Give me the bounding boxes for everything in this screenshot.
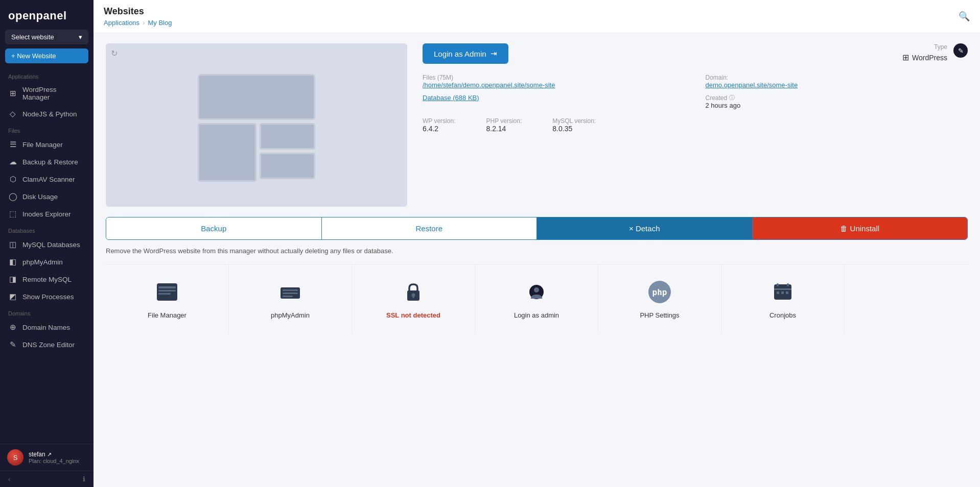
- quick-login-admin[interactable]: Login as admin: [475, 264, 598, 333]
- collapse-icon: ‹: [8, 475, 10, 483]
- phpmyadmin-quick-icon: [277, 279, 304, 305]
- edit-button[interactable]: ✎: [953, 43, 968, 58]
- mockup-header: [198, 74, 315, 120]
- type-section: Type ⊞ WordPress: [902, 43, 947, 62]
- sidebar-label-mysql: MySQL Databases: [22, 241, 80, 249]
- footer-info: stefan ↗ Plan: cloud_4_nginx: [29, 451, 79, 464]
- sidebar-label-backup-restore: Backup & Restore: [22, 158, 78, 166]
- detach-button[interactable]: × Detach: [537, 217, 753, 239]
- remote-mysql-icon: ◨: [8, 275, 17, 284]
- quick-cronjobs[interactable]: Cronjobs: [721, 264, 845, 333]
- mockup-body: [198, 123, 315, 182]
- svg-rect-10: [413, 295, 414, 298]
- svg-rect-17: [787, 283, 789, 286]
- sidebar-label-nodejs-python: NodeJS & Python: [22, 110, 77, 118]
- type-value: ⊞ WordPress: [902, 53, 947, 62]
- detach-description: Remove the WordPress website from this m…: [106, 247, 968, 255]
- wp-icon: ⊞: [902, 53, 909, 62]
- backup-icon: ☁: [8, 157, 17, 166]
- svg-rect-19: [777, 291, 779, 294]
- nodejs-icon: ◇: [8, 109, 17, 118]
- svg-rect-1: [158, 286, 176, 288]
- search-icon[interactable]: 🔍: [959, 11, 970, 22]
- breadcrumb: Applications › My Blog: [104, 19, 172, 27]
- php-version-label: PHP version:: [486, 117, 522, 125]
- preview-mockup: [198, 74, 315, 176]
- sidebar-item-show-processes[interactable]: ◩ Show Processes: [0, 288, 94, 305]
- clamav-icon: ⬡: [8, 175, 17, 184]
- sidebar-item-file-manager[interactable]: ☰ File Manager: [0, 136, 94, 153]
- sidebar-item-nodejs-python[interactable]: ◇ NodeJS & Python: [0, 105, 94, 123]
- wp-version: WP version: 6.4.2: [423, 117, 455, 133]
- quick-phpmyadmin[interactable]: phpMyAdmin: [229, 264, 352, 333]
- dns-icon: ✎: [8, 340, 17, 349]
- database-label[interactable]: Database (688 KB): [423, 94, 685, 102]
- mockup-block-1: [260, 123, 315, 150]
- quick-ssl[interactable]: SSL not detected: [352, 264, 475, 333]
- quick-login-admin-label: Login as admin: [514, 311, 559, 319]
- login-admin-quick-icon: [523, 279, 550, 305]
- sidebar-label-show-processes: Show Processes: [22, 293, 74, 301]
- sidebar-item-mysql-databases[interactable]: ◫ MySQL Databases: [0, 236, 94, 253]
- mockup-block-2: [260, 153, 315, 179]
- help-icon[interactable]: ℹ: [83, 475, 85, 483]
- website-preview: ↻: [106, 43, 407, 207]
- sidebar-item-phpmyadmin[interactable]: ◧ phpMyAdmin: [0, 253, 94, 271]
- sidebar-item-backup-restore[interactable]: ☁ Backup & Restore: [0, 153, 94, 171]
- sidebar-footer: S stefan ↗ Plan: cloud_4_nginx: [0, 444, 94, 471]
- mysql-version-label: MySQL version:: [552, 117, 596, 125]
- select-website-label: Select website: [11, 33, 54, 41]
- topbar: Websites Applications › My Blog 🔍: [94, 0, 980, 33]
- backup-button[interactable]: Backup: [106, 217, 322, 239]
- sidebar-item-clamav-scanner[interactable]: ⬡ ClamAV Scanner: [0, 171, 94, 188]
- sidebar-label-disk-usage: Disk Usage: [22, 193, 58, 201]
- sidebar-item-domain-names[interactable]: ⊕ Domain Names: [0, 319, 94, 336]
- login-as-admin-button[interactable]: Login as Admin ⇥: [423, 43, 508, 64]
- footer-username[interactable]: stefan ↗: [29, 451, 79, 458]
- sidebar-label-clamav: ClamAV Scanner: [22, 176, 75, 183]
- wp-version-label: WP version:: [423, 117, 455, 125]
- quick-php-settings[interactable]: php PHP Settings: [598, 264, 721, 333]
- page-title: Websites: [104, 6, 172, 17]
- quick-file-manager[interactable]: File Manager: [106, 264, 229, 333]
- svg-rect-20: [781, 291, 784, 294]
- sidebar-item-dns-zone-editor[interactable]: ✎ DNS Zone Editor: [0, 336, 94, 353]
- files-path[interactable]: /home/stefan/demo.openpanel.site/some-si…: [423, 81, 685, 89]
- quick-cronjobs-label: Cronjobs: [769, 311, 796, 319]
- refresh-icon[interactable]: ↻: [111, 48, 118, 58]
- domain-meta: Domain: demo.openpanel.site/some-site: [706, 74, 968, 89]
- svg-rect-18: [774, 288, 791, 290]
- file-manager-quick-icon: [154, 279, 180, 305]
- disk-icon: ◯: [8, 192, 17, 201]
- chevron-down-icon: ▾: [79, 33, 82, 41]
- login-btn-label: Login as Admin: [434, 50, 486, 58]
- sidebar-item-remote-mysql[interactable]: ◨ Remote MySQL: [0, 271, 94, 288]
- breadcrumb-myblog[interactable]: My Blog: [148, 19, 172, 27]
- cronjobs-quick-icon: [769, 279, 796, 305]
- section-applications-label: Applications: [0, 68, 94, 82]
- sidebar-item-inodes-explorer[interactable]: ⬚ Inodes Explorer: [0, 205, 94, 223]
- select-website-dropdown[interactable]: Select website ▾: [5, 30, 88, 44]
- info-panel: Login as Admin ⇥ Type ⊞ WordPress ✎: [417, 43, 968, 133]
- section-databases-label: Databases: [0, 223, 94, 236]
- sidebar-label-file-manager: File Manager: [22, 141, 63, 149]
- sidebar-item-wordpress-manager[interactable]: ⊞ WordPress Manager: [0, 82, 94, 105]
- processes-icon: ◩: [8, 292, 17, 301]
- created-label: Created ⓘ: [706, 94, 968, 102]
- svg-text:php: php: [652, 287, 667, 297]
- ssl-quick-icon: [400, 279, 427, 305]
- php-version: PHP version: 8.2.14: [486, 117, 522, 133]
- new-website-button[interactable]: + New Website: [5, 48, 88, 63]
- new-website-label: + New Website: [11, 52, 56, 60]
- sidebar-item-disk-usage[interactable]: ◯ Disk Usage: [0, 188, 94, 205]
- content-area: ↻ Login as Admin: [94, 33, 980, 487]
- domain-value[interactable]: demo.openpanel.site/some-site: [706, 81, 968, 89]
- phpmyadmin-nav-icon: ◧: [8, 257, 17, 266]
- uninstall-button[interactable]: 🗑 Uninstall: [753, 217, 968, 239]
- sidebar-help-bar[interactable]: ‹ ℹ: [0, 471, 94, 487]
- breadcrumb-applications[interactable]: Applications: [104, 19, 139, 27]
- restore-button[interactable]: Restore: [322, 217, 538, 239]
- breadcrumb-sep: ›: [143, 19, 145, 27]
- type-text: WordPress: [912, 54, 947, 62]
- quick-phpmyadmin-label: phpMyAdmin: [271, 311, 310, 319]
